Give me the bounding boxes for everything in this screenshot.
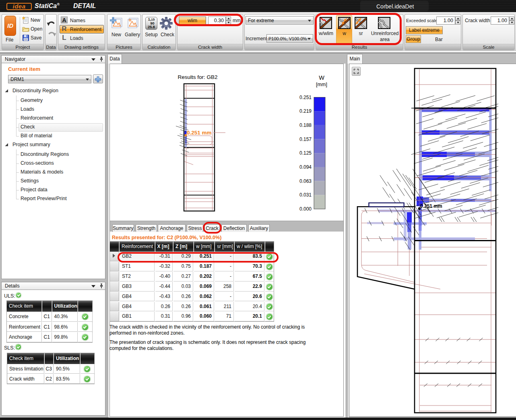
svg-text:0.251 mm: 0.251 mm xyxy=(420,203,442,209)
